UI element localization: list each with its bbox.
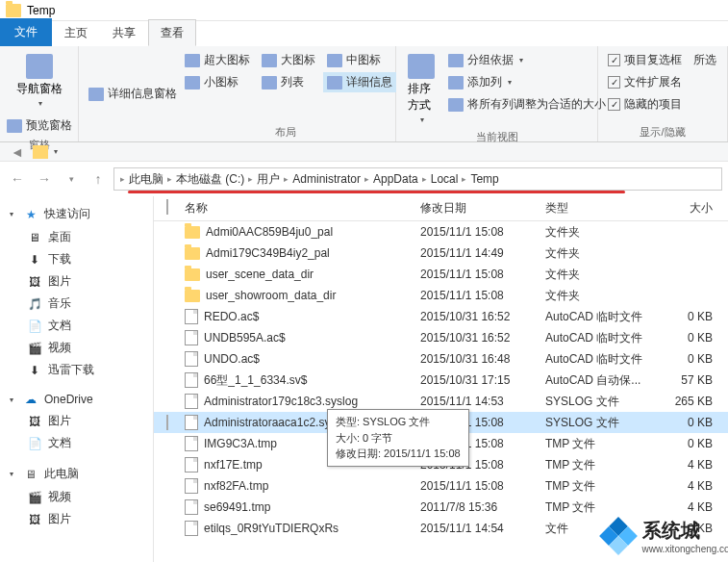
layout-list[interactable]: 列表 (258, 72, 319, 92)
sidebar-item-icon: 📄 (27, 437, 42, 450)
nav-forward[interactable]: → (33, 167, 56, 191)
sidebar-item-label: 音乐 (48, 295, 71, 312)
sidebar-item[interactable]: ⬇迅雷下载 (0, 359, 153, 381)
sidebar-item[interactable]: 🖼图片 (0, 270, 153, 293)
tab-view[interactable]: 查看 (148, 19, 196, 46)
folder-icon (185, 226, 200, 239)
file-date: 2015/11/1 15:08 (420, 268, 545, 281)
breadcrumb[interactable]: ▸ 此电脑▸ 本地磁盘 (C:)▸ 用户▸ Administrator▸ App… (113, 167, 722, 191)
file-list: 名称 修改日期 类型 大小 Admi0AAC859B4ju0_pal2015/1… (154, 196, 728, 562)
col-size-header[interactable]: 大小 (661, 200, 728, 217)
bc-appdata[interactable]: AppData (371, 172, 420, 186)
sidebar-quick-header[interactable]: ▾★快速访问 (0, 202, 153, 226)
tab-file[interactable]: 文件 (0, 18, 52, 46)
sidebar-item-label: 桌面 (48, 229, 71, 245)
detail-icon (327, 76, 342, 89)
file-date: 2015/10/31 16:48 (420, 352, 545, 366)
file-type: 文件夹 (545, 245, 661, 262)
detail-pane-button[interactable]: 详细信息窗格 (85, 50, 181, 138)
sidebar-item-icon: 🎵 (27, 297, 42, 311)
table-row[interactable]: se69491.tmp2011/7/8 15:36TMP 文件4 KB (154, 497, 728, 518)
nav-pane-button[interactable]: 导航窗格▾ (11, 50, 68, 112)
sidebar-onedrive-header[interactable]: ▾☁OneDrive (0, 389, 153, 410)
table-row[interactable]: 66型_1_1_6334.sv$2015/10/31 17:15AutoCAD … (154, 370, 728, 391)
sidebar-item[interactable]: 🎬视频 (0, 486, 153, 508)
group-icon (448, 54, 464, 67)
file-list-header: 名称 修改日期 类型 大小 (154, 196, 728, 221)
file-icon (185, 457, 198, 473)
qat-back[interactable]: ◄ (6, 140, 29, 164)
add-col-button[interactable]: 添加列▾ (444, 72, 610, 92)
bc-admin[interactable]: Administrator (290, 172, 363, 186)
file-size: 4 KB (661, 500, 728, 514)
ribbon-group-showhide: 项目复选框 文件扩展名 隐藏的项目 所选 显示/隐藏 (598, 46, 728, 141)
ext-toggle[interactable]: 文件扩展名 (604, 72, 686, 92)
layout-detail[interactable]: 详细信息 (323, 72, 396, 92)
sidebar-item[interactable]: 🖼图片 (0, 410, 153, 432)
sidebar-item[interactable]: 📄文档 (0, 315, 153, 337)
nav-history[interactable]: ▾ (60, 167, 83, 191)
layout-m[interactable]: 中图标 (323, 50, 396, 70)
hidden-toggle[interactable]: 隐藏的项目 (604, 94, 686, 115)
bc-drive[interactable]: 本地磁盘 (C:) (174, 171, 246, 188)
file-size: 0 KB (661, 331, 728, 345)
fit-cols-button[interactable]: 将所有列调整为合适的大小 (444, 94, 610, 115)
sidebar-item[interactable]: 🖼图片 (0, 508, 153, 530)
file-date: 2015/11/1 15:08 (420, 289, 545, 302)
table-row[interactable]: user_scene_data_dir2015/11/1 15:08文件夹 (154, 264, 728, 285)
sidebar-item-icon: 🖼 (27, 513, 42, 526)
fit-icon (448, 98, 464, 112)
file-size: 4 KB (661, 479, 728, 493)
file-icon (185, 478, 198, 494)
group-by-button[interactable]: 分组依据▾ (444, 50, 610, 70)
bc-thispc[interactable]: 此电脑 (127, 171, 165, 188)
layout-xl[interactable]: 超大图标 (181, 50, 254, 70)
table-row[interactable]: UNDO.ac$2015/10/31 16:48AutoCAD 临时文件0 KB (154, 348, 728, 370)
col-type-header[interactable]: 类型 (545, 200, 661, 217)
hide-selected-button[interactable]: 所选 (690, 50, 720, 70)
table-row[interactable]: UNDB595A.ac$2015/10/31 16:52AutoCAD 临时文件… (154, 327, 728, 348)
file-date: 2015/11/1 14:53 (420, 395, 545, 408)
sidebar-thispc: ▾🖥此电脑 🎬视频🖼图片 (0, 462, 153, 530)
sidebar-item-icon: 🎬 (27, 491, 42, 504)
col-name-header[interactable]: 名称 (181, 200, 420, 217)
sidebar-item[interactable]: 🎬视频 (0, 337, 153, 359)
tab-share[interactable]: 共享 (100, 19, 148, 46)
layout-s[interactable]: 小图标 (181, 72, 254, 92)
file-type: 文件夹 (545, 267, 661, 283)
sidebar-item[interactable]: 📄文档 (0, 432, 153, 454)
sidebar-item[interactable]: ⬇下载 (0, 248, 153, 270)
sidebar-item-icon: ⬇ (27, 253, 42, 267)
preview-pane-button[interactable]: 预览窗格 (3, 115, 76, 136)
row-checkbox[interactable] (166, 415, 168, 430)
file-size: 0 KB (661, 352, 728, 366)
col-date-header[interactable]: 修改日期 (420, 200, 545, 217)
file-name: UNDB595A.ac$ (204, 331, 286, 345)
table-row[interactable]: nxf82FA.tmp2015/11/1 15:08TMP 文件4 KB (154, 475, 728, 497)
sidebar-item[interactable]: 🎵音乐 (0, 293, 153, 315)
table-row[interactable]: Admi0AAC859B4ju0_pal2015/11/1 15:08文件夹 (154, 221, 728, 243)
file-type: TMP 文件 (545, 499, 661, 516)
bc-local[interactable]: Local (429, 172, 461, 186)
sidebar-item[interactable]: 🖥桌面 (0, 226, 153, 248)
table-row[interactable]: Admi179C349B4iy2_pal2015/11/1 14:49文件夹 (154, 243, 728, 264)
table-row[interactable]: REDO.ac$2015/10/31 16:52AutoCAD 临时文件0 KB (154, 306, 728, 327)
file-name: IMG9C3A.tmp (204, 437, 277, 450)
file-type: TMP 文件 (545, 478, 661, 495)
file-icon (185, 415, 198, 430)
sort-button[interactable]: 排序方式▾ (402, 50, 440, 128)
nav-up[interactable]: ↑ (87, 167, 110, 191)
bc-temp[interactable]: Temp (468, 172, 500, 186)
bc-users[interactable]: 用户 (255, 171, 282, 188)
annotation-underline (128, 191, 625, 193)
nav-back[interactable]: ← (6, 167, 29, 191)
item-checkbox-toggle[interactable]: 项目复选框 (604, 50, 686, 70)
sidebar-thispc-header[interactable]: ▾🖥此电脑 (0, 462, 153, 486)
select-all-checkbox[interactable] (166, 199, 168, 215)
layout-l[interactable]: 大图标 (258, 50, 319, 70)
file-date: 2015/10/31 17:15 (420, 373, 545, 387)
table-row[interactable]: user_showroom_data_dir2015/11/1 15:08文件夹 (154, 285, 728, 306)
tab-home[interactable]: 主页 (52, 19, 100, 46)
file-icon (185, 351, 198, 367)
file-icon (185, 499, 198, 515)
